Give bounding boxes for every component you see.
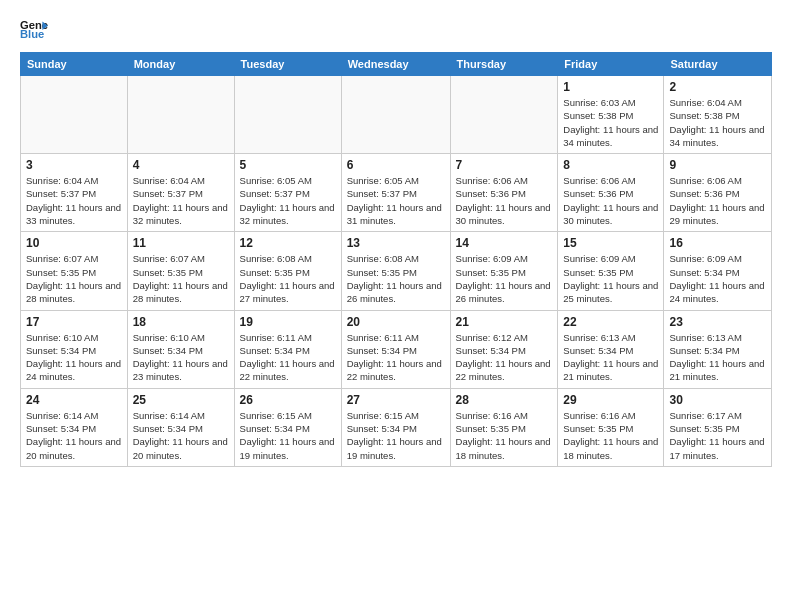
day-cell: 17Sunrise: 6:10 AM Sunset: 5:34 PM Dayli…: [21, 310, 128, 388]
day-cell: 21Sunrise: 6:12 AM Sunset: 5:34 PM Dayli…: [450, 310, 558, 388]
day-number: 8: [563, 158, 658, 172]
day-cell: 11Sunrise: 6:07 AM Sunset: 5:35 PM Dayli…: [127, 232, 234, 310]
day-info: Sunrise: 6:09 AM Sunset: 5:35 PM Dayligh…: [563, 252, 658, 305]
day-number: 18: [133, 315, 229, 329]
day-cell: 25Sunrise: 6:14 AM Sunset: 5:34 PM Dayli…: [127, 388, 234, 466]
calendar: SundayMondayTuesdayWednesdayThursdayFrid…: [20, 52, 772, 467]
day-info: Sunrise: 6:04 AM Sunset: 5:37 PM Dayligh…: [26, 174, 122, 227]
day-info: Sunrise: 6:10 AM Sunset: 5:34 PM Dayligh…: [133, 331, 229, 384]
day-number: 11: [133, 236, 229, 250]
day-info: Sunrise: 6:08 AM Sunset: 5:35 PM Dayligh…: [347, 252, 445, 305]
day-info: Sunrise: 6:03 AM Sunset: 5:38 PM Dayligh…: [563, 96, 658, 149]
day-cell: 20Sunrise: 6:11 AM Sunset: 5:34 PM Dayli…: [341, 310, 450, 388]
day-info: Sunrise: 6:14 AM Sunset: 5:34 PM Dayligh…: [26, 409, 122, 462]
day-number: 24: [26, 393, 122, 407]
day-info: Sunrise: 6:16 AM Sunset: 5:35 PM Dayligh…: [456, 409, 553, 462]
day-info: Sunrise: 6:15 AM Sunset: 5:34 PM Dayligh…: [347, 409, 445, 462]
logo-icon: General Blue: [20, 16, 48, 44]
day-number: 13: [347, 236, 445, 250]
day-number: 6: [347, 158, 445, 172]
day-info: Sunrise: 6:12 AM Sunset: 5:34 PM Dayligh…: [456, 331, 553, 384]
day-cell: 2Sunrise: 6:04 AM Sunset: 5:38 PM Daylig…: [664, 76, 772, 154]
day-number: 12: [240, 236, 336, 250]
day-number: 14: [456, 236, 553, 250]
day-number: 16: [669, 236, 766, 250]
day-number: 30: [669, 393, 766, 407]
day-info: Sunrise: 6:10 AM Sunset: 5:34 PM Dayligh…: [26, 331, 122, 384]
day-info: Sunrise: 6:07 AM Sunset: 5:35 PM Dayligh…: [133, 252, 229, 305]
day-cell: 13Sunrise: 6:08 AM Sunset: 5:35 PM Dayli…: [341, 232, 450, 310]
day-cell: 3Sunrise: 6:04 AM Sunset: 5:37 PM Daylig…: [21, 154, 128, 232]
logo: General Blue: [20, 16, 50, 44]
day-info: Sunrise: 6:04 AM Sunset: 5:38 PM Dayligh…: [669, 96, 766, 149]
weekday-header-thursday: Thursday: [450, 53, 558, 76]
day-cell: 16Sunrise: 6:09 AM Sunset: 5:34 PM Dayli…: [664, 232, 772, 310]
day-cell: 6Sunrise: 6:05 AM Sunset: 5:37 PM Daylig…: [341, 154, 450, 232]
day-cell: 19Sunrise: 6:11 AM Sunset: 5:34 PM Dayli…: [234, 310, 341, 388]
day-number: 20: [347, 315, 445, 329]
day-cell: 24Sunrise: 6:14 AM Sunset: 5:34 PM Dayli…: [21, 388, 128, 466]
day-number: 29: [563, 393, 658, 407]
day-number: 19: [240, 315, 336, 329]
day-cell: [450, 76, 558, 154]
day-info: Sunrise: 6:09 AM Sunset: 5:34 PM Dayligh…: [669, 252, 766, 305]
day-number: 21: [456, 315, 553, 329]
day-cell: 22Sunrise: 6:13 AM Sunset: 5:34 PM Dayli…: [558, 310, 664, 388]
week-row-2: 10Sunrise: 6:07 AM Sunset: 5:35 PM Dayli…: [21, 232, 772, 310]
svg-text:Blue: Blue: [20, 28, 44, 40]
day-cell: 4Sunrise: 6:04 AM Sunset: 5:37 PM Daylig…: [127, 154, 234, 232]
day-cell: [234, 76, 341, 154]
weekday-header-wednesday: Wednesday: [341, 53, 450, 76]
day-number: 27: [347, 393, 445, 407]
day-number: 7: [456, 158, 553, 172]
weekday-header-saturday: Saturday: [664, 53, 772, 76]
weekday-header-sunday: Sunday: [21, 53, 128, 76]
day-cell: 18Sunrise: 6:10 AM Sunset: 5:34 PM Dayli…: [127, 310, 234, 388]
day-info: Sunrise: 6:05 AM Sunset: 5:37 PM Dayligh…: [347, 174, 445, 227]
weekday-header-monday: Monday: [127, 53, 234, 76]
day-number: 22: [563, 315, 658, 329]
day-cell: 7Sunrise: 6:06 AM Sunset: 5:36 PM Daylig…: [450, 154, 558, 232]
day-info: Sunrise: 6:07 AM Sunset: 5:35 PM Dayligh…: [26, 252, 122, 305]
day-number: 25: [133, 393, 229, 407]
day-number: 5: [240, 158, 336, 172]
day-cell: 14Sunrise: 6:09 AM Sunset: 5:35 PM Dayli…: [450, 232, 558, 310]
day-info: Sunrise: 6:15 AM Sunset: 5:34 PM Dayligh…: [240, 409, 336, 462]
day-number: 4: [133, 158, 229, 172]
day-info: Sunrise: 6:14 AM Sunset: 5:34 PM Dayligh…: [133, 409, 229, 462]
day-info: Sunrise: 6:11 AM Sunset: 5:34 PM Dayligh…: [240, 331, 336, 384]
day-number: 2: [669, 80, 766, 94]
day-number: 9: [669, 158, 766, 172]
weekday-header-tuesday: Tuesday: [234, 53, 341, 76]
day-number: 17: [26, 315, 122, 329]
day-info: Sunrise: 6:06 AM Sunset: 5:36 PM Dayligh…: [563, 174, 658, 227]
week-row-0: 1Sunrise: 6:03 AM Sunset: 5:38 PM Daylig…: [21, 76, 772, 154]
week-row-3: 17Sunrise: 6:10 AM Sunset: 5:34 PM Dayli…: [21, 310, 772, 388]
day-info: Sunrise: 6:08 AM Sunset: 5:35 PM Dayligh…: [240, 252, 336, 305]
day-cell: 15Sunrise: 6:09 AM Sunset: 5:35 PM Dayli…: [558, 232, 664, 310]
day-number: 10: [26, 236, 122, 250]
day-number: 26: [240, 393, 336, 407]
day-info: Sunrise: 6:05 AM Sunset: 5:37 PM Dayligh…: [240, 174, 336, 227]
day-info: Sunrise: 6:04 AM Sunset: 5:37 PM Dayligh…: [133, 174, 229, 227]
day-cell: 12Sunrise: 6:08 AM Sunset: 5:35 PM Dayli…: [234, 232, 341, 310]
header: General Blue: [20, 16, 772, 44]
day-number: 3: [26, 158, 122, 172]
day-cell: 29Sunrise: 6:16 AM Sunset: 5:35 PM Dayli…: [558, 388, 664, 466]
day-info: Sunrise: 6:13 AM Sunset: 5:34 PM Dayligh…: [563, 331, 658, 384]
weekday-header-row: SundayMondayTuesdayWednesdayThursdayFrid…: [21, 53, 772, 76]
day-cell: [127, 76, 234, 154]
day-number: 15: [563, 236, 658, 250]
day-info: Sunrise: 6:17 AM Sunset: 5:35 PM Dayligh…: [669, 409, 766, 462]
week-row-4: 24Sunrise: 6:14 AM Sunset: 5:34 PM Dayli…: [21, 388, 772, 466]
day-number: 1: [563, 80, 658, 94]
day-info: Sunrise: 6:06 AM Sunset: 5:36 PM Dayligh…: [669, 174, 766, 227]
day-info: Sunrise: 6:06 AM Sunset: 5:36 PM Dayligh…: [456, 174, 553, 227]
day-cell: 27Sunrise: 6:15 AM Sunset: 5:34 PM Dayli…: [341, 388, 450, 466]
day-cell: [21, 76, 128, 154]
week-row-1: 3Sunrise: 6:04 AM Sunset: 5:37 PM Daylig…: [21, 154, 772, 232]
day-info: Sunrise: 6:16 AM Sunset: 5:35 PM Dayligh…: [563, 409, 658, 462]
day-info: Sunrise: 6:13 AM Sunset: 5:34 PM Dayligh…: [669, 331, 766, 384]
day-cell: 9Sunrise: 6:06 AM Sunset: 5:36 PM Daylig…: [664, 154, 772, 232]
day-cell: 5Sunrise: 6:05 AM Sunset: 5:37 PM Daylig…: [234, 154, 341, 232]
